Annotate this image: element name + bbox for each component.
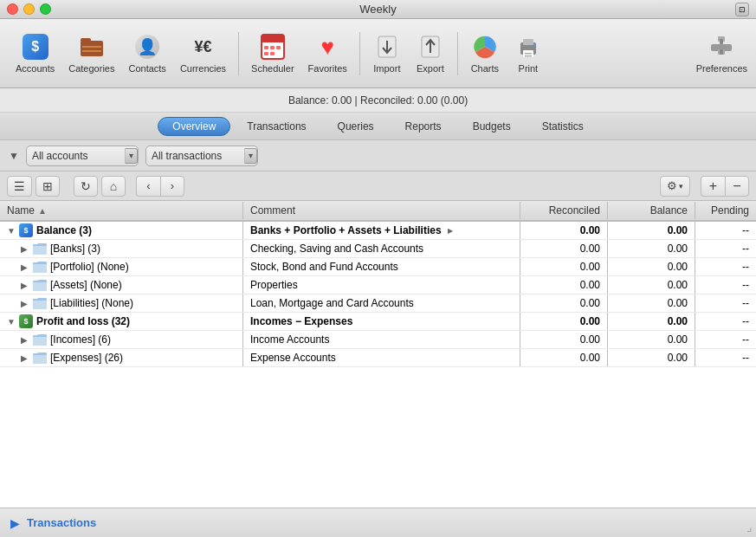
transactions-expand-arrow[interactable]: ▶ [10,516,20,530]
toolbar-currencies[interactable]: ¥€ Currencies [173,29,233,77]
account-filter-arrow: ▾ [125,148,138,164]
tab-queries[interactable]: Queries [323,117,389,136]
table-row[interactable]: ▶ [Portfolio] (None) Stock, Bond and Fun… [0,258,756,276]
row-name-banks: ▶ [Banks] (3) [0,241,242,256]
svg-rect-21 [525,55,532,57]
preferences-label: Preferences [696,63,747,74]
expand-icon[interactable]: ▼ [7,226,16,236]
charts-label: Charts [471,63,499,74]
row-pending-balance: -- [695,223,756,238]
categories-icon [78,33,106,61]
expand-icon[interactable]: ▶ [21,299,29,308]
folder-icon [33,261,47,273]
svg-rect-0 [81,41,103,56]
toolbar-preferences[interactable]: Preferences [696,33,747,74]
grid-view-button[interactable]: ⊞ [36,176,60,197]
profit-account-icon: $ [19,314,33,328]
accounts-icon: $ [22,33,49,61]
minimize-button[interactable] [23,3,35,15]
svg-rect-9 [276,46,281,49]
refresh-button[interactable]: ↻ [74,176,98,197]
account-filter-select[interactable]: All accounts ▾ [26,146,139,166]
table-row[interactable]: ▶ [Banks] (3) Checking, Saving and Cash … [0,240,756,258]
row-comment-portfolio: Stock, Bond and Fund Accounts [243,259,520,275]
toolbar-categories[interactable]: Categories [61,29,121,77]
row-comment-profit-loss: Incomes − Expenses [243,314,520,329]
row-balance-banks: 0.00 [608,241,695,256]
transactions-label[interactable]: Transactions [27,516,96,529]
row-comment-incomes: Income Accounts [243,332,520,347]
add-account-button[interactable]: + [701,176,725,197]
row-pending-profit-loss: -- [695,314,756,329]
tab-transactions[interactable]: Transactions [232,117,320,136]
toolbar-favorites[interactable]: ♥ Favorites [301,29,354,77]
expand-icon[interactable]: ▼ [7,317,16,327]
svg-rect-10 [264,52,268,55]
tab-statistics[interactable]: Statistics [527,117,598,136]
tab-overview[interactable]: Overview [158,117,230,136]
nav-back-button[interactable]: ‹ [136,176,160,197]
table-row[interactable]: ▶ [Assets] (None) Properties 0.00 0.00 -… [0,276,756,294]
expand-icon[interactable]: ▶ [21,244,29,254]
header-comment: Comment [243,204,520,217]
expand-icon[interactable]: ▶ [21,281,29,290]
balance-bar: Balance: 0.00 | Reconciled: 0.00 (0.00) [0,88,756,113]
svg-rect-27 [720,49,723,55]
row-name-liabilities: ▶ [Liabilities] (None) [0,295,242,311]
export-label: Export [417,63,444,74]
row-pending-portfolio: -- [695,259,756,275]
maximize-button[interactable] [40,3,51,15]
expand-icon[interactable]: ▶ [21,353,29,363]
currencies-label: Currencies [180,63,226,74]
filter-toggle-arrow[interactable]: ▼ [9,150,19,162]
close-button[interactable] [7,3,18,15]
toolbar-scheduler[interactable]: Scheduler [244,29,301,77]
toolbar-print[interactable]: Print [507,29,550,77]
home-button[interactable]: ⌂ [101,176,126,197]
toolbar-separator-1 [238,32,239,75]
accounts-table: Name ▲ Comment Reconciled Balance Pendin… [0,201,756,537]
toolbar-accounts[interactable]: $ Accounts [9,29,61,77]
folder-icon [33,297,47,309]
settings-button[interactable]: ⚙ ▾ [660,176,690,197]
toolbar-charts[interactable]: Charts [463,29,507,77]
toolbar: $ Accounts Categories 👤 [0,19,756,88]
resize-handle[interactable]: ⌟ [746,520,753,534]
toolbar-contacts[interactable]: 👤 Contacts [121,29,172,77]
row-reconciled-incomes: 0.00 [520,332,607,347]
bottom-transactions-bar: ▶ Transactions ⌟ [0,508,756,537]
favorites-icon: ♥ [313,33,341,61]
tab-reports[interactable]: Reports [391,117,456,136]
print-label: Print [519,63,539,74]
window-resize-button[interactable]: ⊡ [735,3,749,16]
row-reconciled-banks: 0.00 [520,241,607,256]
toolbar-import[interactable]: Import [365,29,409,77]
tab-budgets[interactable]: Budgets [458,117,526,136]
row-reconciled-portfolio: 0.00 [520,259,607,275]
transaction-filter-select[interactable]: All transactions ▾ [145,146,258,166]
transaction-filter-text: All transactions [152,150,244,162]
nav-forward-button[interactable]: › [160,176,184,197]
table-row[interactable]: ▼ $ Profit and loss (32) Incomes − Expen… [0,313,756,331]
row-reconciled-expenses: 0.00 [520,350,607,366]
expand-icon[interactable]: ▶ [21,262,29,272]
window-title: Weekly [359,3,396,16]
print-icon [514,33,542,61]
list-view-button[interactable]: ☰ [7,176,32,197]
table-row[interactable]: ▼ $ Balance (3) Banks + Portfolio + Asse… [0,222,756,240]
table-row[interactable]: ▶ [Incomes] (6) Income Accounts 0.00 0.0… [0,331,756,349]
currencies-icon: ¥€ [189,33,216,61]
expand-icon[interactable]: ▶ [21,335,29,345]
row-balance-portfolio: 0.00 [608,259,695,275]
toolbar-export[interactable]: Export [409,29,452,77]
table-row[interactable]: ▶ [Liabilities] (None) Loan, Mortgage an… [0,294,756,313]
gear-dropdown-arrow: ▾ [679,182,683,191]
import-icon [373,33,401,61]
row-reconciled-liabilities: 0.00 [520,295,607,311]
transaction-filter-arrow: ▾ [244,148,257,164]
favorites-label: Favorites [308,63,347,74]
table-row[interactable]: ▶ [Expenses] (26) Expense Accounts 0.00 … [0,349,756,367]
row-reconciled-balance: 0.00 [520,223,607,238]
svg-point-22 [533,44,535,47]
remove-account-button[interactable]: − [725,176,749,197]
